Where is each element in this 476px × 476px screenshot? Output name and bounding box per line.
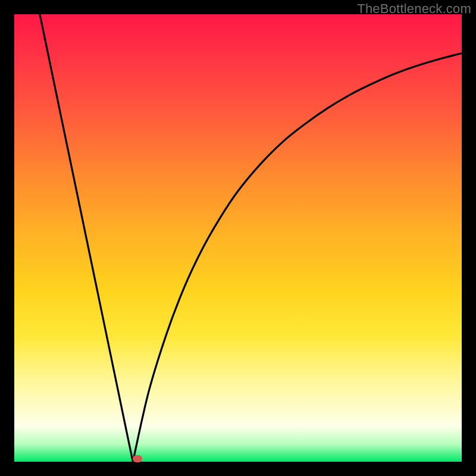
chart-frame: TheBottleneck.com bbox=[0, 0, 476, 476]
watermark-text: TheBottleneck.com bbox=[357, 1, 471, 17]
minimum-marker bbox=[133, 455, 142, 462]
bottleneck-curve bbox=[14, 14, 462, 462]
plot-area bbox=[14, 14, 462, 462]
